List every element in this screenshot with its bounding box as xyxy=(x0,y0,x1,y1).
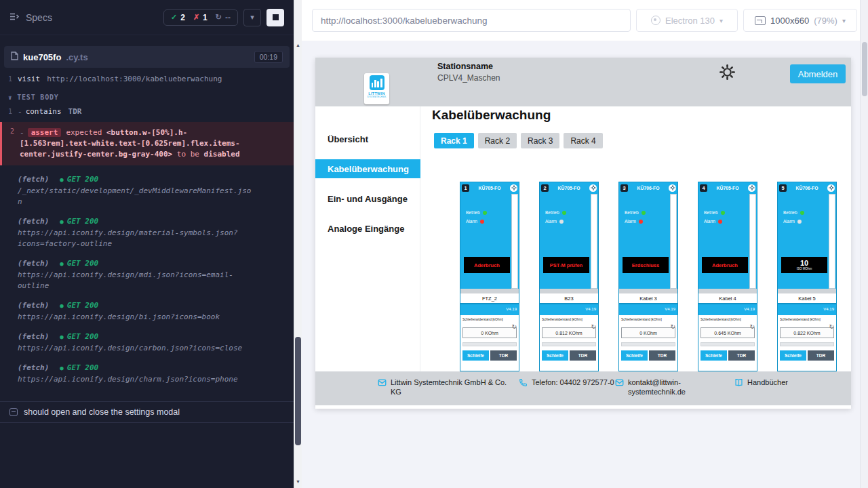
footer-phone-text: Telefon: 04402 972577-0 xyxy=(532,378,614,387)
fetch-label: (fetch) xyxy=(18,331,49,342)
scroll-up-icon[interactable]: ▲ xyxy=(294,41,302,50)
station-label: Stationsname xyxy=(437,62,500,71)
command-log: 1 visit http://localhost:3000/kabelueber… xyxy=(0,68,294,423)
cypress-reporter-panel: Specs ✓2 ✗1 ↻-- ▾ kue705fo .cy.ts 00:19 … xyxy=(0,0,294,488)
tab-rack-1[interactable]: Rack 1 xyxy=(434,133,474,148)
card-gear-icon[interactable] xyxy=(510,184,517,192)
reporter-scrollbar[interactable]: ▲ ▼ xyxy=(294,0,302,488)
app-sidebar-nav: Übersicht Kabelüberwachung Ein- und Ausg… xyxy=(315,106,420,371)
scroll-down-icon[interactable]: ▼ xyxy=(294,477,302,487)
alarm-led xyxy=(718,220,722,224)
fetch-status: GET 200 xyxy=(67,258,98,269)
nav-item-analoge-eingaenge[interactable]: Analoge Eingänge xyxy=(315,219,420,238)
specs-menu-button[interactable]: Specs xyxy=(9,12,52,23)
schleife-button[interactable]: Schleife xyxy=(780,350,806,361)
log-fetch-entry[interactable]: (fetch)●GET 200 https://api.iconify.desi… xyxy=(18,258,253,291)
scrollbar-thumb[interactable] xyxy=(862,42,867,96)
aut-toolbar: Electron 130 ▾ 1000x660 (79%) ▾ xyxy=(302,0,868,41)
tdr-button[interactable]: TDR xyxy=(808,350,834,361)
tdr-button[interactable]: TDR xyxy=(728,350,755,361)
footer-email: kontakt@littwin-systemtechnik.de xyxy=(615,378,704,396)
fetch-url: https://api.iconify.design/carbon.json?i… xyxy=(18,343,253,354)
fetch-status: GET 200 xyxy=(67,363,98,373)
station-value: CPLV4_Maschen xyxy=(437,73,500,83)
nav-item-kabelueberwachung[interactable]: Kabelüberwachung xyxy=(315,159,420,178)
scrollbar-thumb[interactable] xyxy=(295,337,301,445)
passed-stat: ✓2 xyxy=(171,13,185,22)
log-fetch-entry[interactable]: (fetch)●GET 200 https://api.iconify.desi… xyxy=(18,331,253,354)
refresh-icon[interactable]: ↻ xyxy=(749,324,755,330)
browser-select[interactable]: Electron 130 ▾ xyxy=(636,9,738,32)
resistance-panel: Schleifenwiderstand [kOhm] ↻ 0.645 KOhm … xyxy=(698,315,757,371)
resistance-value: 0.822 KOhm xyxy=(780,327,834,338)
littwin-logo: LITTWIN SYSTEMTECHNIK xyxy=(364,73,389,104)
spec-file-bar[interactable]: kue705fo .cy.ts 00:19 xyxy=(4,46,290,68)
card-gear-icon[interactable] xyxy=(669,184,676,192)
email-icon xyxy=(615,378,624,387)
settings-gear-button[interactable] xyxy=(718,64,736,81)
schleife-button[interactable]: Schleife xyxy=(542,350,568,361)
log-failed-assert[interactable]: 2 -assertexpected <button.w-[50%].h-[1.5… xyxy=(0,122,294,165)
device-model: KÜ706-FO xyxy=(629,186,667,190)
command-dash: - xyxy=(20,128,24,137)
tab-rack-2[interactable]: Rack 2 xyxy=(478,133,517,148)
assert-message: -assertexpected <button.w-[50%].h-[1.563… xyxy=(20,127,243,160)
tab-rack-3[interactable]: Rack 3 xyxy=(521,133,559,148)
viewport-size: 1000x660 xyxy=(770,16,809,26)
url-input[interactable] xyxy=(312,9,631,32)
log-contains-command[interactable]: 1 - contains TDR xyxy=(0,106,294,117)
log-fetch-entry[interactable]: (fetch)●GET 200 https://api.iconify.desi… xyxy=(18,363,253,385)
collapse-button[interactable]: ▾ xyxy=(243,9,261,26)
card-gear-icon[interactable] xyxy=(748,184,755,192)
nav-item-uebersicht[interactable]: Übersicht xyxy=(315,129,420,148)
tdr-button[interactable]: TDR xyxy=(649,350,675,361)
tdr-button[interactable]: TDR xyxy=(570,350,596,361)
status-dot-icon: ● xyxy=(60,331,63,342)
window-scrollbar[interactable] xyxy=(860,0,868,488)
littwin-logo-icon xyxy=(370,75,384,90)
phone-icon xyxy=(519,378,528,387)
slot-number: 5 xyxy=(779,184,787,192)
log-fetch-entry[interactable]: (fetch)●GET 200 https://api.iconify.desi… xyxy=(18,300,253,323)
divider xyxy=(542,342,596,346)
test-title-text: should open and close the settings modal xyxy=(24,407,180,417)
card-scroll-rail xyxy=(749,194,756,289)
test-body-section-header[interactable]: ∨ TEST BODY xyxy=(8,94,294,101)
card-gear-icon[interactable] xyxy=(589,184,597,192)
divider xyxy=(701,342,755,346)
card-gear-icon[interactable] xyxy=(827,184,835,192)
browser-label: Electron 130 xyxy=(665,16,715,26)
resistance-panel: Schleifenwiderstand [kOhm] ↻ 0.822 KOhm … xyxy=(778,315,836,371)
viewport-select[interactable]: 1000x660 (79%) ▾ xyxy=(743,9,857,32)
refresh-icon[interactable]: ↻ xyxy=(829,324,834,330)
log-fetch-entry[interactable]: (fetch)●GET 200 /_next/static/developmen… xyxy=(18,174,253,207)
resistance-value: 0 KOhm xyxy=(462,327,517,338)
log-visit-command[interactable]: 1 visit http://localhost:3000/kabelueber… xyxy=(0,73,294,85)
refresh-icon[interactable]: ↻ xyxy=(511,324,517,330)
log-fetch-entry[interactable]: (fetch)●GET 200 https://api.iconify.desi… xyxy=(18,216,253,249)
divider xyxy=(778,289,836,293)
divider xyxy=(462,342,517,346)
logout-button[interactable]: Abmelden xyxy=(790,64,846,83)
schleife-button[interactable]: Schleife xyxy=(621,350,648,361)
schleife-button[interactable]: Schleife xyxy=(701,350,727,361)
pending-stat: ↻-- xyxy=(216,13,231,22)
next-test-title[interactable]: should open and close the settings modal xyxy=(0,401,294,423)
footer-company-text: Littwin Systemtechnik GmbH & Co. KG xyxy=(391,378,511,396)
alarm-label: Alarm xyxy=(545,219,557,224)
stop-button[interactable] xyxy=(267,9,284,26)
cable-name: FTZ_2 xyxy=(460,293,519,304)
schleife-button[interactable]: Schleife xyxy=(462,350,489,361)
refresh-icon[interactable]: ↻ xyxy=(670,324,675,330)
command-arg: TDR xyxy=(68,106,82,117)
refresh-icon[interactable]: ↻ xyxy=(591,324,596,330)
resistance-value: 0 KOhm xyxy=(621,327,675,338)
tdr-button[interactable]: TDR xyxy=(490,350,517,361)
cable-name: Kabel 3 xyxy=(619,293,677,304)
resistance-label: Schleifenwiderstand [kOhm] xyxy=(780,318,834,322)
footer-manuals-link[interactable]: Handbücher xyxy=(734,378,788,387)
tab-rack-4[interactable]: Rack 4 xyxy=(564,133,602,148)
nav-item-ein-und-ausgaenge[interactable]: Ein- und Ausgänge xyxy=(315,189,420,208)
status-badge: PST-M prüfen xyxy=(543,257,589,273)
command-arg: http://localhost:3000/kabelueberwachung xyxy=(47,73,222,85)
